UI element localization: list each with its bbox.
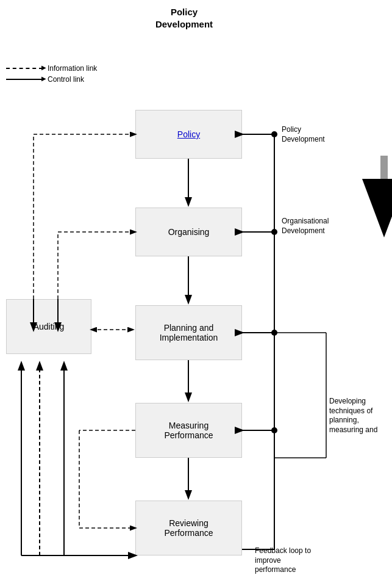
- legend-item-control: Control link: [6, 75, 97, 84]
- policy-box: Policy: [135, 110, 242, 159]
- auditing-label: Auditing: [34, 322, 65, 331]
- measuring-box: MeasuringPerformance: [135, 403, 242, 458]
- page-title: Policy Development: [147, 6, 221, 30]
- organising-box: Organising: [135, 208, 242, 256]
- legend-information-label: Information link: [48, 64, 97, 73]
- planning-box: Planning andImplementation: [135, 305, 242, 360]
- legend: Information link Control link: [6, 64, 97, 86]
- reviewing-label: ReviewingPerformance: [164, 518, 213, 538]
- organising-label: Organising: [168, 227, 210, 237]
- dashed-line-icon: [6, 68, 43, 69]
- developing-techniques-label: Developingtechniques ofplanning,measurin…: [329, 397, 390, 435]
- diagram-svg: [0, 0, 392, 586]
- reviewing-box: ReviewingPerformance: [135, 501, 242, 555]
- solid-line-icon: [6, 79, 43, 80]
- policy-link[interactable]: Policy: [177, 129, 200, 139]
- diagram-container: Policy Development Information link Cont…: [0, 0, 392, 586]
- auditing-box: Auditing: [6, 299, 91, 354]
- planning-label: Planning andImplementation: [160, 323, 218, 342]
- svg-point-7: [271, 330, 277, 336]
- svg-point-5: [271, 229, 277, 235]
- organisational-development-label: OrganisationalDevelopment: [282, 217, 349, 236]
- svg-point-3: [271, 131, 277, 137]
- legend-item-information: Information link: [6, 64, 97, 73]
- policy-development-label: PolicyDevelopment: [282, 125, 343, 144]
- svg-point-9: [271, 427, 277, 433]
- feedback-loop-label: Feedback loop toimproveperformance: [255, 546, 322, 575]
- measuring-label: MeasuringPerformance: [164, 421, 213, 440]
- legend-control-label: Control link: [48, 75, 84, 84]
